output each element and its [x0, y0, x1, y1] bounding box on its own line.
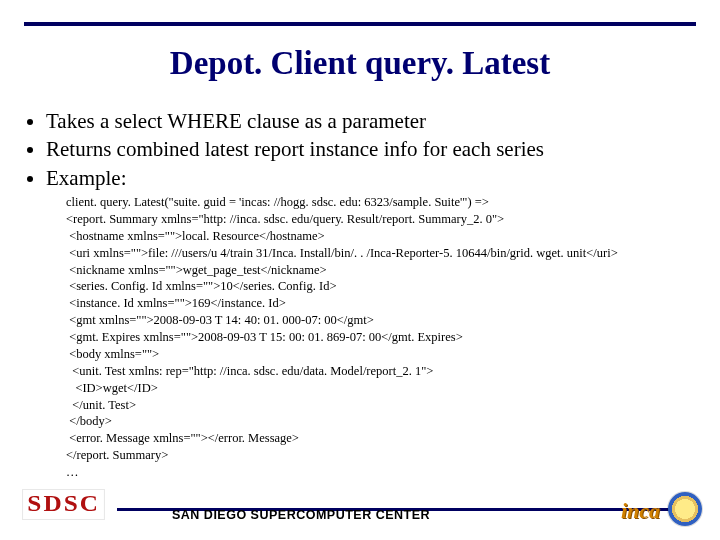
top-divider	[24, 22, 696, 26]
bullet-item: Takes a select WHERE clause as a paramet…	[46, 108, 680, 134]
seal-icon	[668, 492, 702, 526]
sdsc-logo: SDSC	[22, 489, 105, 520]
code-example: client. query. Latest("suite. guid = 'in…	[66, 194, 690, 481]
bullet-item: Example:	[46, 165, 680, 191]
slide: Depot. Client query. Latest Takes a sele…	[0, 0, 720, 540]
footer-org-name: SAN DIEGO SUPERCOMPUTER CENTER	[172, 508, 430, 522]
bullet-item: Returns combined latest report instance …	[46, 136, 680, 162]
slide-title: Depot. Client query. Latest	[0, 45, 720, 82]
bullet-list: Takes a select WHERE clause as a paramet…	[46, 108, 680, 193]
footer: SDSC SAN DIEGO SUPERCOMPUTER CENTER	[24, 486, 696, 522]
inca-logo: inca	[621, 498, 660, 524]
